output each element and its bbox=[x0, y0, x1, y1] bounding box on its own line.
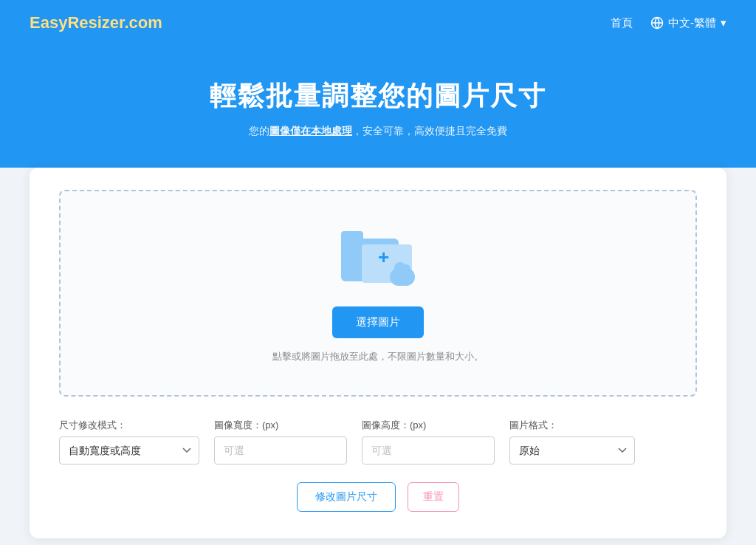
plus-icon: + bbox=[378, 247, 389, 267]
main-card: + 選擇圖片 點擊或將圖片拖放至此處，不限圖片數量和大小。 尺寸修改模式： 自動… bbox=[30, 168, 726, 538]
mode-group: 尺寸修改模式： 自動寬度或高度 固定寬度 固定高度 固定寬高 bbox=[59, 419, 199, 465]
subtitle-prefix: 您的 bbox=[249, 125, 269, 137]
lang-dropdown-icon: ▾ bbox=[721, 16, 726, 30]
hero-title: 輕鬆批量調整您的圖片尺寸 bbox=[15, 78, 741, 114]
logo: EasyResizer.com bbox=[30, 13, 162, 32]
hero-subtitle: 您的圖像僅在本地處理，安全可靠，高效便捷且完全免費 bbox=[15, 125, 741, 138]
globe-icon bbox=[650, 16, 664, 30]
nav: 首頁 中文-繁體 ▾ bbox=[611, 16, 726, 30]
lang-label: 中文-繁體 bbox=[668, 16, 716, 30]
upload-hint: 點擊或將圖片拖放至此處，不限圖片數量和大小。 bbox=[272, 350, 484, 363]
lang-selector[interactable]: 中文-繁體 ▾ bbox=[650, 16, 726, 30]
height-group: 圖像高度：(px) bbox=[362, 419, 495, 465]
nav-home-link[interactable]: 首頁 bbox=[611, 16, 633, 30]
action-row: 修改圖片尺寸 重置 bbox=[59, 482, 697, 512]
mode-select[interactable]: 自動寬度或高度 固定寬度 固定高度 固定寬高 bbox=[59, 436, 199, 465]
height-label: 圖像高度：(px) bbox=[362, 419, 495, 432]
logo-text: EasyResizer. bbox=[30, 13, 129, 32]
width-label: 圖像寬度：(px) bbox=[214, 419, 347, 432]
cloud-icon bbox=[390, 268, 415, 286]
folder-icon: + bbox=[341, 231, 415, 290]
reset-button[interactable]: 重置 bbox=[408, 482, 459, 512]
controls-row: 尺寸修改模式： 自動寬度或高度 固定寬度 固定高度 固定寬高 圖像寬度：(px)… bbox=[59, 419, 697, 465]
format-group: 圖片格式： 原始 JPG PNG WEBP GIF bbox=[509, 419, 635, 465]
select-images-button[interactable]: 選擇圖片 bbox=[332, 306, 424, 338]
main-content: + 選擇圖片 點擊或將圖片拖放至此處，不限圖片數量和大小。 尺寸修改模式： 自動… bbox=[0, 168, 756, 545]
subtitle-highlight: 圖像僅在本地處理 bbox=[269, 125, 352, 137]
format-label: 圖片格式： bbox=[509, 419, 635, 432]
resize-button[interactable]: 修改圖片尺寸 bbox=[297, 482, 396, 512]
width-group: 圖像寬度：(px) bbox=[214, 419, 347, 465]
mode-label: 尺寸修改模式： bbox=[59, 419, 199, 432]
logo-accent: com bbox=[129, 13, 162, 32]
subtitle-suffix: ，安全可靠，高效便捷且完全免費 bbox=[352, 125, 507, 137]
upload-area[interactable]: + 選擇圖片 點擊或將圖片拖放至此處，不限圖片數量和大小。 bbox=[59, 190, 697, 397]
header: EasyResizer.com 首頁 中文-繁體 ▾ bbox=[0, 0, 756, 46]
format-select[interactable]: 原始 JPG PNG WEBP GIF bbox=[509, 436, 635, 465]
width-input[interactable] bbox=[214, 436, 347, 465]
height-input[interactable] bbox=[362, 436, 495, 465]
